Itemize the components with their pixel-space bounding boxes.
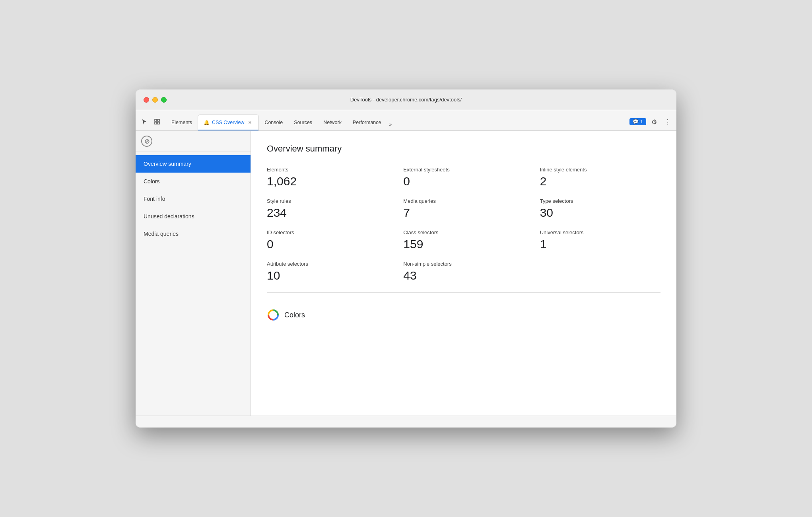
stat-media-queries: Media queries 7 <box>403 198 524 220</box>
colors-section-title: Colors <box>284 311 305 319</box>
main-area: ⊘ Overview summary Colors Font info Unus… <box>136 131 676 416</box>
stat-type-selectors: Type selectors 30 <box>540 198 660 220</box>
chat-count: 1 <box>640 119 643 124</box>
stat-style-rules-label: Style rules <box>267 198 387 204</box>
svg-rect-1 <box>157 119 159 121</box>
sidebar-item-overview-summary-label: Overview summary <box>144 161 191 167</box>
sidebar-item-font-info-label: Font info <box>144 196 165 202</box>
stat-attribute-selectors-label: Attribute selectors <box>267 261 387 267</box>
chat-icon: 💬 <box>633 119 639 124</box>
sidebar-item-media-queries[interactable]: Media queries <box>136 225 251 243</box>
tab-network-label: Network <box>323 120 342 125</box>
svg-rect-2 <box>155 122 157 124</box>
stat-external-stylesheets-value: 0 <box>403 174 524 189</box>
stat-universal-selectors-value: 1 <box>540 237 660 251</box>
sidebar-item-colors-label: Colors <box>144 178 159 185</box>
stat-inline-style-elements-value: 2 <box>540 174 660 189</box>
traffic-lights <box>136 97 167 103</box>
more-tabs-button[interactable]: » <box>387 122 394 130</box>
block-icon[interactable]: ⊘ <box>141 136 152 147</box>
stat-external-stylesheets: External stylesheets 0 <box>403 167 524 189</box>
sidebar: ⊘ Overview summary Colors Font info Unus… <box>136 131 251 416</box>
close-button[interactable] <box>144 97 149 103</box>
tab-elements[interactable]: Elements <box>166 115 198 130</box>
tab-console[interactable]: Console <box>259 115 288 130</box>
stat-inline-style-elements: Inline style elements 2 <box>540 167 660 189</box>
tab-bar: Elements 🔔 CSS Overview ✕ Console Source… <box>136 110 676 131</box>
sidebar-item-overview-summary[interactable]: Overview summary <box>136 155 251 173</box>
stat-universal-selectors: Universal selectors 1 <box>540 229 660 251</box>
stat-external-stylesheets-label: External stylesheets <box>403 167 524 173</box>
inspect-icon[interactable] <box>152 116 163 127</box>
stat-non-simple-selectors-value: 43 <box>403 268 524 283</box>
colors-section: Colors <box>267 302 660 328</box>
stat-class-selectors-label: Class selectors <box>403 229 524 235</box>
stat-type-selectors-label: Type selectors <box>540 198 660 204</box>
toolbar-right: 💬 1 ⚙ ⋮ <box>626 116 673 130</box>
stat-non-simple-selectors: Non-simple selectors 43 <box>403 261 524 283</box>
feedback-button[interactable]: 💬 1 <box>629 118 646 125</box>
stat-media-queries-value: 7 <box>403 206 524 220</box>
toolbar-left <box>139 116 166 130</box>
stat-style-rules-value: 234 <box>267 206 387 220</box>
stat-attribute-selectors: Attribute selectors 10 <box>267 261 387 283</box>
stat-type-selectors-value: 30 <box>540 206 660 220</box>
title-bar: DevTools - developer.chrome.com/tags/dev… <box>136 89 676 110</box>
svg-rect-3 <box>157 122 159 124</box>
tab-performance-label: Performance <box>353 120 381 125</box>
stat-attribute-selectors-value: 10 <box>267 268 387 283</box>
tab-close-button[interactable]: ✕ <box>247 119 253 126</box>
settings-button[interactable]: ⚙ <box>649 116 660 127</box>
sidebar-item-font-info[interactable]: Font info <box>136 190 251 208</box>
svg-point-8 <box>270 312 276 318</box>
maximize-button[interactable] <box>161 97 167 103</box>
stat-universal-selectors-label: Universal selectors <box>540 229 660 235</box>
sidebar-item-media-queries-label: Media queries <box>144 231 179 237</box>
sidebar-item-unused-declarations-label: Unused declarations <box>144 213 194 220</box>
stat-elements-value: 1,062 <box>267 174 387 189</box>
tab-network[interactable]: Network <box>318 115 347 130</box>
stat-class-selectors-value: 159 <box>403 237 524 251</box>
stat-id-selectors-label: ID selectors <box>267 229 387 235</box>
stat-inline-style-elements-label: Inline style elements <box>540 167 660 173</box>
svg-rect-0 <box>155 119 157 121</box>
stats-grid: Elements 1,062 External stylesheets 0 In… <box>267 167 660 283</box>
sidebar-top: ⊘ <box>136 131 251 152</box>
tab-sources[interactable]: Sources <box>288 115 318 130</box>
bottom-bar <box>136 416 676 428</box>
tab-sources-label: Sources <box>294 120 312 125</box>
cursor-icon[interactable] <box>139 116 150 127</box>
tabs-list: Elements 🔔 CSS Overview ✕ Console Source… <box>166 115 626 130</box>
bell-icon: 🔔 <box>204 120 210 125</box>
devtools-window: DevTools - developer.chrome.com/tags/dev… <box>136 89 676 428</box>
content-area: Overview summary Elements 1,062 External… <box>251 131 676 416</box>
stat-class-selectors: Class selectors 159 <box>403 229 524 251</box>
window-title: DevTools - developer.chrome.com/tags/dev… <box>350 97 462 103</box>
tab-elements-label: Elements <box>171 120 192 125</box>
stat-media-queries-label: Media queries <box>403 198 524 204</box>
stat-non-simple-selectors-label: Non-simple selectors <box>403 261 524 267</box>
tab-css-overview[interactable]: 🔔 CSS Overview ✕ <box>198 115 259 130</box>
content-inner: Overview summary Elements 1,062 External… <box>251 131 676 340</box>
tab-console-label: Console <box>264 120 283 125</box>
minimize-button[interactable] <box>152 97 158 103</box>
stat-elements: Elements 1,062 <box>267 167 387 189</box>
stat-style-rules: Style rules 234 <box>267 198 387 220</box>
more-options-button[interactable]: ⋮ <box>662 116 673 127</box>
page-title: Overview summary <box>267 144 660 154</box>
stat-elements-label: Elements <box>267 167 387 173</box>
stat-id-selectors-value: 0 <box>267 237 387 251</box>
stat-id-selectors: ID selectors 0 <box>267 229 387 251</box>
sidebar-nav: Overview summary Colors Font info Unused… <box>136 152 251 246</box>
colors-donut-icon <box>267 309 280 321</box>
tab-css-overview-label: CSS Overview <box>212 120 244 125</box>
sidebar-item-unused-declarations[interactable]: Unused declarations <box>136 208 251 225</box>
tab-performance[interactable]: Performance <box>347 115 387 130</box>
section-divider <box>267 292 660 293</box>
sidebar-item-colors[interactable]: Colors <box>136 173 251 190</box>
